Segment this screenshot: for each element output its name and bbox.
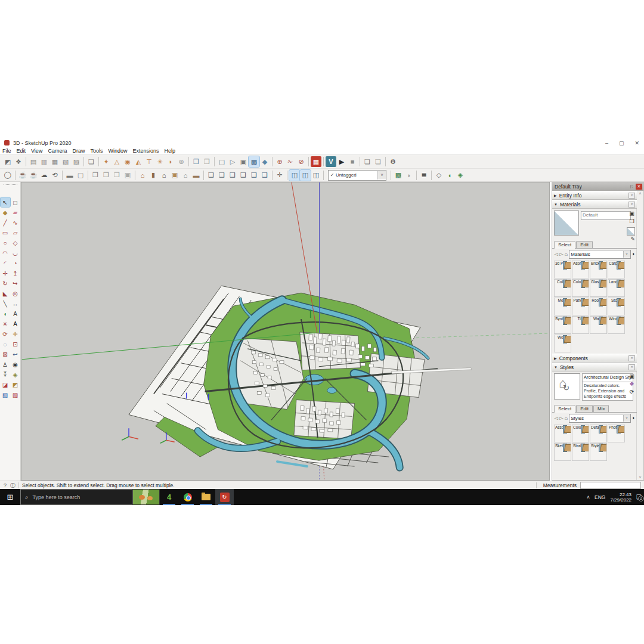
style-name-field[interactable]: Architectural Design Style [582,373,633,382]
zoom-window-tool-icon[interactable]: ⊡ [11,339,20,349]
drag-hand-icon[interactable]: ❏ [86,156,97,167]
materials-tab[interactable]: Edit [576,241,593,248]
material-folder-tile[interactable]: Wood [554,335,571,352]
styles-tab[interactable]: Edit [576,405,593,412]
follow-me-tool-icon[interactable]: ↪ [11,278,20,288]
lasso-tool-icon[interactable]: ◻ [11,197,20,207]
face-style-shaded-icon[interactable]: ▧ [60,156,71,167]
cosmos-window-icon[interactable]: ❐ [112,170,122,181]
close-button[interactable]: ✕ [634,140,639,146]
view-iso-icon[interactable]: ◫ [311,170,321,181]
material-folder-tile[interactable]: Brick, Cla [590,261,607,278]
interactive-render-icon[interactable]: ☕ [28,170,39,181]
toolbar-grip[interactable] [4,184,17,187]
panel-entity-info[interactable]: ▶ Entity Info ✕ [552,191,637,200]
vray-icon[interactable]: V [326,156,336,167]
section-plane-tool-icon[interactable]: ◈ [11,370,20,379]
render-stop-icon[interactable]: ■ [347,156,358,167]
material-folder-tile[interactable]: Window C [608,316,625,334]
flip-edge-icon[interactable]: ◗ [165,156,176,167]
section-cut-icon[interactable]: ✁ [285,156,296,167]
material-folder-tile[interactable]: Colors [554,279,571,297]
panel-components[interactable]: ▶ Components ✕ [552,354,637,363]
component-book-icon[interactable]: ▮ [148,170,159,181]
minimize-button[interactable]: – [605,140,608,146]
material-folder-tile[interactable]: Synthetic [554,316,571,334]
material-folder-tile[interactable]: Patterns [572,298,589,315]
position-camera-tool-icon[interactable]: ♙ [1,360,10,369]
select-tool-icon[interactable]: ↖ [1,197,10,207]
face-style-wireframe-icon[interactable]: ▥ [39,156,49,167]
style-folder-tile[interactable]: Straight I [572,443,589,461]
update-style-icon[interactable]: ⟳ [630,389,634,395]
menu-item[interactable]: Window [108,148,127,154]
frame-buffer-icon[interactable]: ▬ [64,170,75,181]
menu-item[interactable]: Camera [48,148,67,154]
menu-item[interactable]: Extensions [132,148,159,154]
face-style-xray-icon[interactable]: ▤ [28,156,39,167]
material-folder-tile[interactable]: Landscap [608,279,625,297]
section-export-icon[interactable]: ▨ [11,390,20,400]
back-arrow-icon[interactable]: ◅ [554,415,558,421]
render-teapot-icon[interactable]: ☕ [17,170,28,181]
styles-collection-dropdown[interactable]: Styles ˅ [569,414,630,423]
taskbar-app-sketchup[interactable]: ↻ [215,489,234,505]
face-style-hidden-line-icon[interactable]: ▦ [49,156,60,167]
solid-subtract-icon[interactable]: ▩ [249,156,259,167]
material-folder-tile[interactable]: Stone [608,298,625,315]
component-home-icon[interactable]: ⌂ [159,170,169,181]
style-folder-tile[interactable]: Photo Mc [608,425,625,442]
select-objects-icon[interactable]: ◩ [2,156,13,167]
section-display-icon[interactable]: ◪ [1,380,10,389]
taskbar-app-chrome[interactable] [178,489,197,505]
view-front-icon[interactable]: ◫ [289,170,300,181]
menu-item[interactable]: Edit [17,148,26,154]
pcb-icon[interactable]: ▩ [393,170,404,181]
notification-icon[interactable]: ❏2 [636,494,642,500]
home-icon[interactable]: ⌂ [565,415,568,421]
info-icon[interactable]: ⓘ [10,482,16,490]
measurements-input[interactable] [580,482,641,489]
component-block-icon[interactable]: ❑ [259,170,270,181]
component-house-icon[interactable]: ⌂ [137,170,148,181]
viewport-canvas[interactable] [21,182,550,481]
styles-tab[interactable]: Mix [593,405,609,412]
zoom-tool-icon[interactable]: ◌ [1,339,10,349]
start-button[interactable]: ⊞ [0,489,20,505]
secondary-pane-icon[interactable]: ◗ [632,415,635,421]
view-side-icon[interactable]: ◫ [300,170,311,181]
style-folder-tile[interactable]: Style Bull [590,443,607,461]
steering-wheel-icon[interactable]: ⊛ [176,156,187,167]
panel-close-icon[interactable]: ✕ [628,202,635,208]
material-folder-tile[interactable]: Asphalt a [572,261,589,278]
material-folder-tile[interactable]: Glass anc [590,279,607,297]
component-block-icon[interactable]: ❑ [249,170,259,181]
axes-tool-icon[interactable]: ✳ [1,319,10,329]
eraser-tool-icon[interactable]: ▰ [11,208,20,217]
vray-toggle-icon[interactable]: ◯ [2,170,13,181]
forward-arrow-icon[interactable]: ▻ [559,251,564,257]
menu-item[interactable]: File [2,148,11,154]
component-block-icon[interactable]: ❑ [206,170,216,181]
menu-item[interactable]: Tools [90,148,103,154]
orbit-tool-icon[interactable]: ⟳ [1,329,10,339]
create-style-icon[interactable]: ▣ [629,373,634,379]
tray-scrollbar[interactable]: ˄ ˅ [636,191,643,480]
language-indicator[interactable]: ENG [595,494,605,500]
create-material-icon[interactable]: ▣ [629,210,634,216]
brick-material-icon[interactable]: ▦ [311,156,321,167]
rotate-tool-icon[interactable]: ↻ [1,278,10,288]
forward-arrow-icon[interactable]: ▻ [559,415,564,421]
style-folder-tile[interactable]: Default S [590,425,607,442]
material-folder-tile[interactable]: Water [590,316,607,334]
material-folder-tile[interactable]: Metal [554,298,571,315]
render-queue-icon[interactable]: ❏ [373,156,383,167]
bag-icon[interactable]: ◖ [444,170,455,181]
rectangle-tool-icon[interactable]: ▭ [1,228,10,237]
taskbar-clock[interactable]: 22:43 7/29/2022 [610,492,631,503]
zoom-extents-tool-icon[interactable]: ⊠ [1,349,10,359]
material-folder-tile[interactable]: Tile [572,316,589,334]
push-pull-tool-icon[interactable]: ↥ [11,268,20,278]
stamp-icon[interactable]: ◭ [133,156,144,167]
scroll-down-icon[interactable]: ˅ [637,475,643,479]
